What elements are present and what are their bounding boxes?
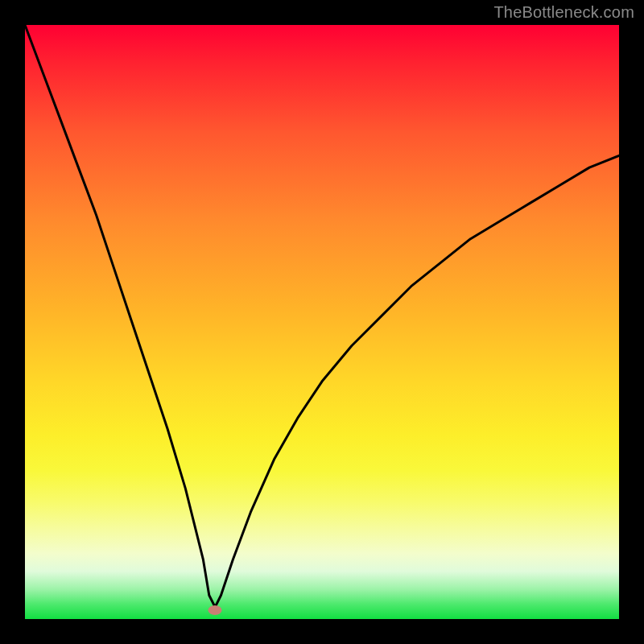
watermark-text: TheBottleneck.com [493, 3, 634, 22]
optimum-marker [208, 605, 222, 615]
bottleneck-curve [25, 25, 619, 619]
chart-area [25, 25, 619, 619]
